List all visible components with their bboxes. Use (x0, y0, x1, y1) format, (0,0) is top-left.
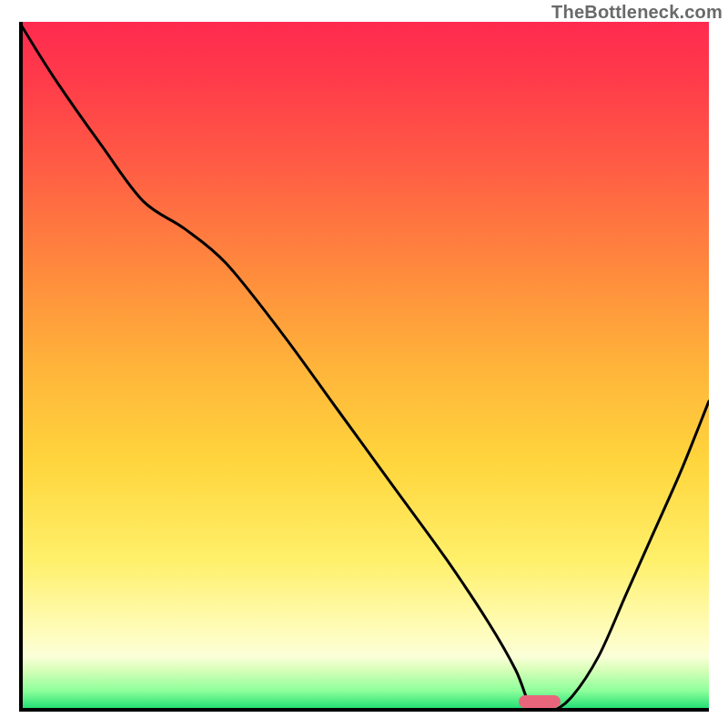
chart-minimum-marker (519, 695, 561, 708)
chart-plot-area (19, 22, 709, 712)
watermark-text: TheBottleneck.com (551, 2, 723, 23)
chart-line-series (19, 22, 709, 712)
